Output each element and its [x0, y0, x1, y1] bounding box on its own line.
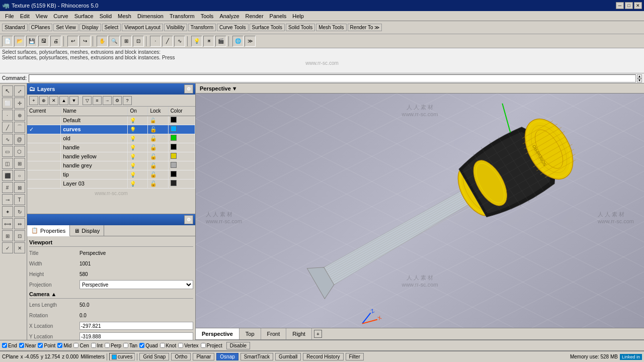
layer-on[interactable]: 💡	[128, 125, 148, 134]
snap-mid-check[interactable]	[57, 343, 62, 348]
lt-array-btn[interactable]: ⊞	[2, 230, 13, 241]
layer-row[interactable]: handle grey 💡 🔓	[27, 161, 195, 170]
layer-name[interactable]: old	[61, 134, 128, 143]
snap-tan-check[interactable]	[123, 343, 128, 348]
minimize-button[interactable]: ─	[616, 2, 624, 9]
menu-curve[interactable]: Curve	[50, 12, 71, 20]
menu-tools[interactable]: Tools	[198, 12, 217, 20]
lt-pt2-btn[interactable]: ⊕	[14, 110, 25, 121]
tb-zoom-ext-btn[interactable]: ⊞	[121, 36, 132, 47]
layers-down-btn[interactable]: ▼	[69, 96, 78, 105]
layer-color[interactable]	[168, 152, 195, 161]
lt-grp-btn[interactable]: ⊡	[14, 230, 25, 241]
lt-transform-btn[interactable]: ⤢	[14, 85, 25, 97]
tb-sun-btn[interactable]: ☀	[203, 36, 214, 47]
lt-box-btn[interactable]: ⬛	[2, 170, 13, 181]
smarttrack-btn[interactable]: SmartTrack	[240, 353, 273, 360]
tb-print-btn[interactable]: 🖨	[50, 36, 61, 47]
layer-on[interactable]: 💡	[128, 161, 148, 170]
tb-point-btn[interactable]: ·	[150, 36, 161, 47]
layers-settings-btn[interactable]: ⚙	[184, 84, 193, 94]
menu-panels[interactable]: Panels	[267, 12, 290, 20]
layer-on[interactable]: 💡	[128, 116, 148, 125]
layer-name[interactable]: curves	[61, 125, 128, 134]
tb-transform[interactable]: Transform	[188, 24, 216, 31]
props-projection-select[interactable]: Perspective Parallel	[79, 280, 193, 289]
tb-mesh-tools[interactable]: Mesh Tools	[316, 24, 346, 31]
menu-mesh[interactable]: Mesh	[115, 12, 134, 20]
lt-window-btn[interactable]: ⬜	[2, 98, 13, 109]
command-input[interactable]	[29, 74, 636, 82]
tb-redo-btn[interactable]: ↪	[79, 36, 91, 47]
layer-lock[interactable]: 🔓	[148, 134, 168, 143]
snap-vertex-check[interactable]	[178, 343, 183, 348]
command-scroll-down[interactable]: ▼	[637, 78, 642, 82]
tb-visibility[interactable]: Visibility	[164, 24, 187, 31]
tab-properties[interactable]: 📋 Properties	[27, 225, 70, 236]
tb-select[interactable]: Select	[102, 24, 121, 31]
layer-lock[interactable]: 🔓	[148, 179, 168, 188]
tb-open-btn[interactable]: 📂	[14, 36, 25, 47]
snap-point-check[interactable]	[38, 343, 43, 348]
ortho-btn[interactable]: Ortho	[171, 353, 191, 360]
layers-copy-btn[interactable]: ⚙	[113, 96, 122, 105]
layer-row[interactable]: handle 💡 🔓	[27, 143, 195, 152]
lt-surface-btn[interactable]: ◫	[2, 158, 13, 169]
tb-globe-btn[interactable]: 🌐	[232, 36, 244, 47]
layer-color[interactable]	[168, 179, 195, 188]
lt-line-btn[interactable]: ╱	[2, 122, 13, 133]
lt-sphere-btn[interactable]: ○	[14, 170, 25, 181]
lt-mirror-btn[interactable]: ⇔	[14, 218, 25, 229]
tb-pan-btn[interactable]: ✋	[97, 36, 108, 47]
menu-file[interactable]: File	[2, 12, 17, 20]
layers-sort-btn[interactable]: ≡	[93, 96, 102, 105]
layer-on[interactable]: 💡	[128, 152, 148, 161]
lt-polygon-btn[interactable]: ⬡	[14, 146, 25, 157]
vp-tab-front[interactable]: Front	[261, 328, 287, 339]
layer-row[interactable]: Layer 03 💡 🔓	[27, 179, 195, 188]
layer-lock[interactable]: 🔓	[148, 170, 168, 179]
layer-name[interactable]: Layer 03	[61, 179, 128, 188]
snap-knot-check[interactable]	[160, 343, 165, 348]
lt-nurbs-btn[interactable]: ⊞	[14, 158, 25, 169]
lt-point-btn[interactable]: ·	[2, 110, 13, 121]
layer-lock[interactable]: 🔓	[148, 116, 168, 125]
lt-mesh2-btn[interactable]: ⊠	[14, 182, 25, 193]
layer-row[interactable]: Default 💡 🔓	[27, 116, 195, 125]
tb-render-btn[interactable]: 🎬	[215, 36, 226, 47]
tb-cplanes[interactable]: CPlanes	[29, 24, 53, 31]
layer-color[interactable]	[168, 143, 195, 152]
layer-name[interactable]: Default	[61, 116, 128, 125]
snap-end-check[interactable]	[2, 343, 7, 348]
lt-cross-btn[interactable]: ✛	[14, 98, 25, 109]
tab-display[interactable]: 🖥 Display	[70, 225, 104, 236]
layer-color[interactable]	[168, 134, 195, 143]
vp-add-viewport-btn[interactable]: +	[314, 330, 322, 338]
tb-line-btn[interactable]: ╱	[162, 36, 173, 47]
props-yloc-input[interactable]	[79, 332, 193, 340]
tb-zoom-sel-btn[interactable]: ⊡	[133, 36, 144, 47]
lt-rect-btn[interactable]: ▭	[2, 146, 13, 157]
lt-spiral-btn[interactable]: @	[14, 134, 25, 145]
snap-int-check[interactable]	[91, 343, 96, 348]
viewport-canvas[interactable]: SCREWPRO Z X	[196, 94, 644, 328]
layer-name[interactable]: tip	[61, 170, 128, 179]
tb-standard[interactable]: Standard	[2, 24, 28, 31]
layer-color[interactable]	[168, 170, 195, 179]
tb-render-to[interactable]: Render To ≫	[348, 24, 382, 31]
lt-move-btn[interactable]: ✦	[2, 206, 13, 217]
layer-lock[interactable]: 🔓	[148, 161, 168, 170]
vp-tab-top[interactable]: Top	[239, 328, 261, 339]
osnap-btn[interactable]: Osnap	[216, 353, 238, 360]
tb-save-as-btn[interactable]: 🖫	[38, 36, 49, 47]
menu-solid[interactable]: Solid	[97, 12, 115, 20]
grid-snap-btn[interactable]: Grid Snap	[139, 353, 169, 360]
layers-help-btn[interactable]: ?	[123, 96, 132, 105]
menu-view[interactable]: View	[33, 12, 51, 20]
vp-tab-perspective[interactable]: Perspective	[196, 328, 239, 339]
tb-display[interactable]: Display	[79, 24, 101, 31]
lt-select-btn[interactable]: ↖	[2, 85, 13, 97]
menu-dimension[interactable]: Dimension	[134, 12, 167, 20]
lt-scale-btn[interactable]: ⟺	[2, 218, 13, 229]
menu-edit[interactable]: Edit	[17, 12, 33, 20]
